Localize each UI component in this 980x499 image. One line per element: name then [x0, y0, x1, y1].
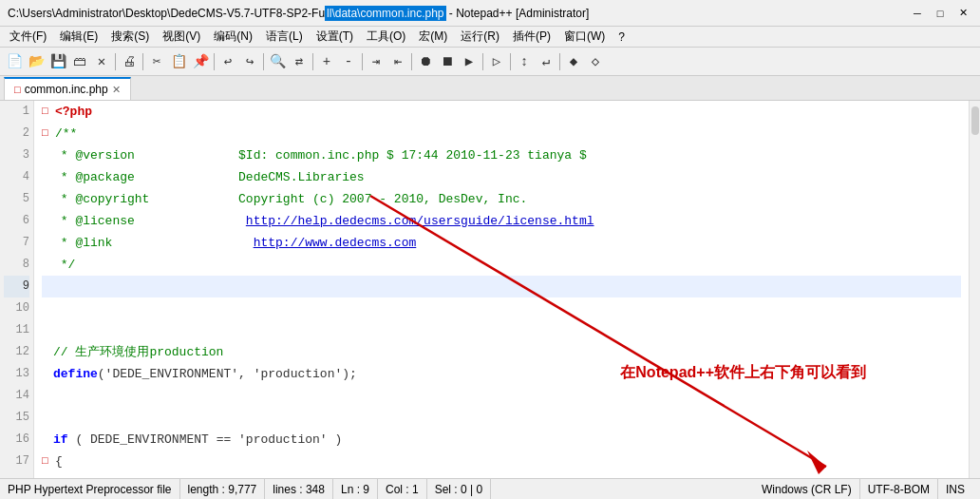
code-line-16: if ( DEDE_ENVIRONMENT == 'production' ): [42, 429, 961, 451]
close-button[interactable]: ✕: [953, 4, 972, 23]
menu-language[interactable]: 语言(L): [260, 27, 309, 47]
line-num-1: 1: [4, 101, 29, 123]
macro-stop-button[interactable]: ⏹: [437, 51, 458, 72]
find-button[interactable]: 🔍: [267, 51, 288, 72]
code-line-6: * @license http://help.dedecms.com/users…: [42, 210, 961, 232]
toolbar-sep-3: [214, 53, 215, 70]
line-numbers: 1 2 3 4 5 6 7 8 9 10 11 12 13 14 15 16 1…: [0, 101, 34, 478]
code-content[interactable]: □<?php □/** * @version $Id: common.inc.p…: [34, 101, 969, 478]
new-button[interactable]: 📄: [4, 51, 25, 72]
toolbar-sep-6: [362, 53, 363, 70]
plugin2-button[interactable]: ◇: [585, 51, 606, 72]
title-bar: C:\Users\Administrator\Desktop\DedeCMS-V…: [0, 0, 980, 27]
macro-rec-button[interactable]: ⏺: [415, 51, 436, 72]
code-line-14: [42, 385, 961, 407]
line-num-3: 3: [4, 144, 29, 166]
tab-label: common.inc.php: [25, 83, 108, 96]
status-sel: Sel : 0 | 0: [427, 479, 491, 499]
status-col: Col : 1: [378, 479, 427, 499]
collapse-2[interactable]: □: [42, 123, 53, 144]
menu-view[interactable]: 视图(V): [157, 27, 206, 47]
menu-run[interactable]: 运行(R): [455, 27, 505, 47]
status-bar: PHP Hypertext Preprocessor file length :…: [0, 478, 980, 499]
code-line-5: * @copyright Copyright (c) 2007 - 2010, …: [42, 188, 961, 210]
line-num-9: 9: [4, 276, 29, 297]
toolbar-sep-9: [510, 53, 511, 70]
menu-encoding[interactable]: 编码(N): [208, 27, 258, 47]
menu-macro[interactable]: 宏(M): [413, 27, 453, 47]
menu-search[interactable]: 搜索(S): [105, 27, 155, 47]
scrollbar-thumb[interactable]: [971, 106, 979, 135]
status-ln: Ln : 9: [333, 479, 378, 499]
print-button[interactable]: 🖨: [119, 51, 140, 72]
zoom-in-button[interactable]: +: [316, 51, 337, 72]
indent-button[interactable]: ⇥: [366, 51, 386, 72]
status-length: length : 9,777: [180, 479, 266, 499]
close-doc-button[interactable]: ✕: [91, 51, 112, 72]
code-line-15: [42, 407, 961, 429]
zoom-out-button[interactable]: -: [338, 51, 359, 72]
line-num-13: 13: [4, 363, 29, 385]
code-line-8: */: [42, 254, 961, 276]
toolbar-sep-7: [411, 53, 412, 70]
maximize-button[interactable]: □: [931, 4, 950, 23]
line-num-6: 6: [4, 210, 29, 232]
menu-help[interactable]: ?: [612, 29, 631, 46]
code-line-3: * @version $Id: common.inc.php $ 17:44 2…: [42, 144, 961, 166]
status-mode: INS: [938, 479, 972, 499]
unindent-button[interactable]: ⇤: [387, 51, 408, 72]
code-line-10: [42, 297, 961, 319]
code-line-9: [42, 276, 961, 297]
undo-button[interactable]: ↩: [217, 51, 238, 72]
toolbar-sep-8: [482, 53, 483, 70]
open-button[interactable]: 📂: [26, 51, 47, 72]
status-file-type: PHP Hypertext Preprocessor file: [8, 479, 180, 499]
menu-window[interactable]: 窗口(W): [558, 27, 611, 47]
title-text: C:\Users\Administrator\Desktop\DedeCMS-V…: [8, 7, 908, 20]
title-prefix: C:\Users\Administrator\Desktop\DedeCMS-V…: [8, 7, 325, 20]
tab-bar: □ common.inc.php ✕: [0, 76, 980, 101]
vertical-scrollbar[interactable]: [969, 101, 980, 478]
plugin1-button[interactable]: ◆: [563, 51, 584, 72]
replace-button[interactable]: ⇄: [289, 51, 310, 72]
tab-close-button[interactable]: ✕: [112, 84, 121, 96]
line-num-8: 8: [4, 254, 29, 276]
collapse-1[interactable]: □: [42, 101, 53, 123]
menu-edit[interactable]: 编辑(E): [54, 27, 104, 47]
tab-common-inc-php[interactable]: □ common.inc.php ✕: [4, 77, 131, 100]
redo-button[interactable]: ↪: [239, 51, 260, 72]
minimize-button[interactable]: ─: [908, 4, 927, 23]
sync-scroll-button[interactable]: ↕: [514, 51, 535, 72]
toolbar-sep-5: [312, 53, 313, 70]
toolbar-sep-2: [142, 53, 143, 70]
menu-file[interactable]: 文件(F): [4, 27, 52, 47]
line-num-17: 17: [4, 451, 29, 472]
menu-tools[interactable]: 工具(O): [361, 27, 411, 47]
copy-button[interactable]: 📋: [168, 51, 189, 72]
save-button[interactable]: 💾: [47, 51, 68, 72]
code-line-12: // 生产环境使用production: [42, 341, 961, 363]
paste-button[interactable]: 📌: [190, 51, 211, 72]
line-num-10: 10: [4, 297, 29, 319]
run-button[interactable]: ▷: [486, 51, 507, 72]
wrap-button[interactable]: ↵: [536, 51, 556, 72]
code-line-17: □{: [42, 451, 961, 472]
save-all-button[interactable]: 🗃: [69, 51, 90, 72]
toolbar: 📄 📂 💾 🗃 ✕ 🖨 ✂ 📋 📌 ↩ ↪ 🔍 ⇄ + - ⇥ ⇤ ⏺ ⏹ ▶ …: [0, 48, 980, 76]
menu-settings[interactable]: 设置(T): [311, 27, 359, 47]
status-line-ending: Windows (CR LF): [754, 479, 860, 499]
status-lines: lines : 348: [265, 479, 333, 499]
macro-play-button[interactable]: ▶: [459, 51, 480, 72]
collapse-17[interactable]: □: [42, 451, 53, 472]
line-num-4: 4: [4, 166, 29, 188]
toolbar-sep-4: [263, 53, 264, 70]
menu-bar: 文件(F) 编辑(E) 搜索(S) 视图(V) 编码(N) 语言(L) 设置(T…: [0, 27, 980, 48]
line-num-15: 15: [4, 407, 29, 429]
code-line-1: □<?php: [42, 101, 961, 123]
status-encoding: UTF-8-BOM: [860, 479, 938, 499]
toolbar-sep-1: [115, 53, 116, 70]
code-line-7: * @link http://www.dedecms.com: [42, 232, 961, 254]
cut-button[interactable]: ✂: [146, 51, 167, 72]
menu-plugins[interactable]: 插件(P): [507, 27, 556, 47]
toolbar-sep-10: [559, 53, 560, 70]
